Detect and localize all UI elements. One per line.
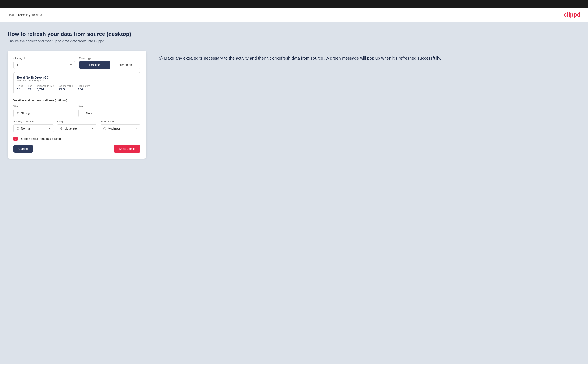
green-speed-select[interactable]: ◎ Moderate ▼ (100, 124, 140, 133)
green-speed-label: Green Speed (100, 120, 140, 123)
practice-button[interactable]: Practice (79, 61, 110, 69)
rain-label: Rain (78, 105, 140, 108)
rain-icon: ✦ (82, 111, 84, 115)
main-content: How to refresh your data from source (de… (0, 23, 588, 364)
top-bar (0, 0, 588, 8)
tournament-button[interactable]: Tournament (110, 61, 140, 69)
wind-caret-icon: ▼ (70, 112, 72, 114)
rough-icon: ⊙ (60, 126, 63, 130)
rain-caret-icon: ▼ (135, 112, 137, 114)
fairway-caret-icon: ▼ (48, 127, 51, 130)
par-label: Par (28, 85, 32, 87)
holes-label: Holes (17, 85, 23, 87)
yards-label: Yards/White (M)) (37, 85, 54, 87)
green-speed-icon: ◎ (103, 126, 106, 130)
fairway-value: Normal (21, 127, 47, 130)
slope-rating-label: Slope rating (78, 85, 90, 87)
header: How to refresh your data clippd (0, 8, 588, 22)
course-name: Royal North Devon GC, (17, 76, 137, 79)
yards-value: 6,744 (37, 88, 54, 91)
rough-select[interactable]: ⊙ Moderate ▼ (57, 124, 97, 133)
course-location: Westward Ho!, England (17, 79, 137, 82)
cancel-button[interactable]: Cancel (13, 145, 33, 153)
wind-value: Strong (21, 111, 68, 115)
game-type-label: Game Type (79, 57, 140, 60)
rain-select[interactable]: ✦ None ▼ (78, 109, 140, 117)
header-title: How to refresh your data (8, 13, 42, 17)
rough-value: Moderate (64, 127, 90, 130)
wind-select[interactable]: ≋ Strong ▼ (13, 109, 76, 117)
weather-section-label: Weather and course conditions (optional) (13, 99, 140, 102)
fairway-icon: ⊙ (17, 126, 19, 130)
par-value: 72 (28, 88, 32, 91)
rain-value: None (86, 111, 133, 115)
save-button[interactable]: Save Details (114, 145, 140, 153)
refresh-checkbox[interactable]: ✓ (13, 137, 18, 141)
page-heading: How to refresh your data from source (de… (8, 31, 580, 37)
page-subheading: Ensure the correct and most up to date d… (8, 39, 580, 43)
slope-rating-value: 134 (78, 88, 90, 91)
course-card: Royal North Devon GC, Westward Ho!, Engl… (13, 72, 140, 94)
green-speed-caret-icon: ▼ (135, 127, 137, 130)
course-rating-label: Course rating (59, 85, 73, 87)
holes-value: 18 (17, 88, 23, 91)
rough-caret-icon: ▼ (92, 127, 94, 130)
game-type-buttons: Practice Tournament (79, 61, 140, 69)
starting-hole-label: Starting Hole (13, 57, 75, 60)
fairway-label: Fairway Conditions (13, 120, 54, 123)
footer: Copyright Clippd 2022 (0, 364, 588, 367)
checkmark-icon: ✓ (15, 137, 17, 141)
instruction-text: 3) Make any extra edits necessary to the… (159, 55, 580, 61)
logo: clippd (564, 11, 580, 18)
wind-label: Wind (13, 105, 76, 108)
course-rating-value: 72.5 (59, 88, 73, 91)
right-panel: 3) Make any extra edits necessary to the… (159, 51, 580, 61)
refresh-label: Refresh shots from data source (20, 137, 61, 141)
green-speed-value: Moderate (108, 127, 133, 130)
form-card: Starting Hole 1 ▼ Game Type Practice Tou… (8, 51, 146, 158)
rough-label: Rough (57, 120, 97, 123)
wind-icon: ≋ (17, 111, 19, 115)
fairway-select[interactable]: ⊙ Normal ▼ (13, 124, 54, 133)
checkbox-row: ✓ Refresh shots from data source (13, 137, 140, 141)
starting-hole-select[interactable]: 1 (13, 61, 75, 69)
